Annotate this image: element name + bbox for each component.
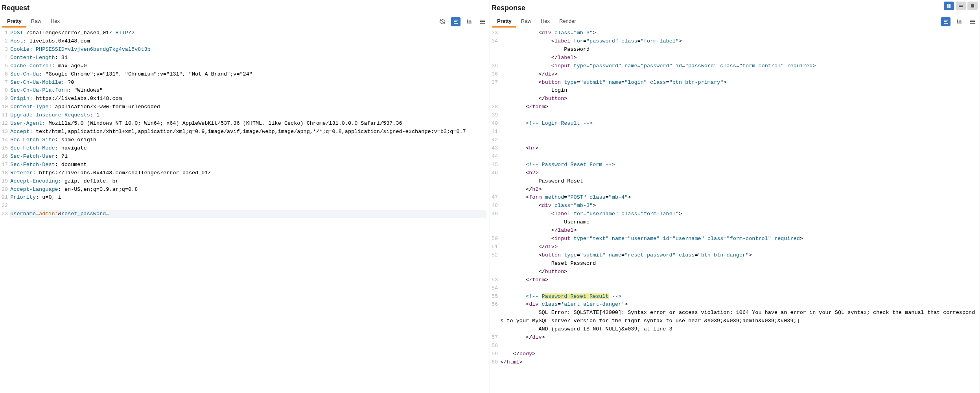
code-line[interactable]: </div> — [500, 70, 976, 79]
code-line[interactable]: Sec-Ch-Ua-Platform: "Windows" — [10, 87, 486, 95]
menu-icon[interactable] — [968, 17, 977, 26]
format-icon[interactable] — [941, 17, 951, 26]
tab-raw[interactable]: Raw — [516, 16, 536, 28]
svg-rect-2 — [959, 5, 963, 6]
code-line[interactable]: POST /challenges/error_based_01/ HTTP/2 — [10, 29, 486, 37]
eye-off-icon[interactable] — [438, 17, 447, 26]
tab-hex[interactable]: Hex — [536, 16, 554, 28]
code-line[interactable]: <button type="submit" name="login" class… — [500, 79, 976, 87]
code-line[interactable]: Sec-Fetch-Mode: navigate — [10, 144, 486, 153]
code-line[interactable]: </div> — [500, 243, 976, 251]
code-line[interactable]: Password — [500, 46, 976, 54]
line-number: 7 — [2, 79, 8, 87]
code-line[interactable]: Origin: https://livelabs.0x4148.com — [10, 95, 486, 103]
code-line[interactable]: <button type="submit" name="reset_passwo… — [500, 251, 976, 260]
code-line[interactable] — [10, 202, 486, 210]
code-line[interactable]: Content-Type: application/x-www-form-url… — [10, 103, 486, 111]
code-line[interactable]: Sec-Fetch-Dest: document — [10, 161, 486, 169]
code-line[interactable] — [500, 284, 976, 293]
code-line[interactable]: <div class='alert alert-danger'> — [500, 301, 976, 309]
code-line[interactable]: AND (password IS NOT NULL)&#039; at line… — [500, 325, 976, 334]
code-line[interactable]: SQL Error: SQLSTATE[42000]: Syntax error… — [500, 309, 976, 325]
code-line[interactable]: <label for="password" class="form-label"… — [500, 37, 976, 46]
wrap-icon[interactable]: \n — [954, 17, 964, 26]
code-line[interactable]: Priority: u=0, i — [10, 194, 486, 202]
wrap-icon[interactable]: \n — [464, 17, 474, 26]
code-line[interactable]: Sec-Ch-Ua-Mobile: ?0 — [10, 79, 486, 87]
line-number — [492, 54, 498, 62]
code-line[interactable]: Cache-Control: max-age=0 — [10, 62, 486, 70]
code-line[interactable]: Upgrade-Insecure-Requests: 1 — [10, 111, 486, 120]
code-line[interactable] — [500, 342, 976, 350]
code-line[interactable] — [500, 153, 976, 161]
code-line[interactable]: <input type="password" name="password" i… — [500, 62, 976, 70]
tab-raw[interactable]: Raw — [26, 16, 46, 28]
code-line[interactable]: </label> — [500, 227, 976, 235]
tab-hex[interactable]: Hex — [46, 16, 64, 28]
equals-icon[interactable] — [956, 2, 966, 10]
svg-rect-1 — [949, 4, 951, 8]
line-number: 39 — [492, 111, 498, 120]
menu-icon[interactable] — [478, 17, 487, 26]
code-line[interactable]: <hr> — [500, 144, 976, 153]
stop-icon[interactable] — [967, 2, 978, 10]
code-line[interactable]: Referer: https://livelabs.0x4148.com/cha… — [10, 169, 486, 177]
line-number: 56 — [492, 301, 498, 309]
line-number: 57 — [492, 334, 498, 342]
response-toolbar: \n — [941, 17, 977, 26]
request-code[interactable]: POST /challenges/error_based_01/ HTTP/2H… — [10, 29, 490, 393]
code-line[interactable]: <!-- Password Reset Form --> — [500, 161, 976, 169]
code-line[interactable] — [500, 136, 976, 144]
code-line[interactable]: <!-- Password Reset Result --> — [500, 293, 976, 301]
code-line[interactable]: </button> — [500, 268, 976, 276]
code-line[interactable]: </button> — [500, 95, 976, 103]
tab-pretty[interactable]: Pretty — [2, 16, 26, 28]
line-number: 8 — [2, 87, 8, 95]
code-line[interactable] — [500, 128, 976, 136]
format-icon[interactable] — [451, 17, 461, 26]
svg-rect-4 — [971, 4, 974, 7]
tab-render[interactable]: Render — [554, 16, 581, 28]
request-editor[interactable]: 1234567891011121314151617181920212223 PO… — [0, 28, 490, 393]
code-line[interactable]: Accept: text/html,application/xhtml+xml,… — [10, 128, 486, 136]
code-line[interactable]: </form> — [500, 103, 976, 111]
code-line[interactable]: </label> — [500, 54, 976, 62]
code-line[interactable]: <input type="text" name="username" id="u… — [500, 235, 976, 243]
request-title: Request — [2, 4, 29, 14]
code-line[interactable]: </form> — [500, 276, 976, 284]
code-line[interactable]: Reset Password — [500, 260, 976, 268]
tab-pretty[interactable]: Pretty — [492, 16, 516, 28]
code-line[interactable] — [500, 367, 976, 375]
pause-icon[interactable] — [944, 2, 954, 10]
code-line[interactable]: <form method="POST" class="mb-4"> — [500, 194, 976, 202]
code-line[interactable]: </h2> — [500, 186, 976, 194]
code-line[interactable] — [500, 111, 976, 120]
code-line[interactable]: Password Reset — [500, 177, 976, 186]
response-code[interactable]: <div class="mb-3"> <label for="password"… — [500, 29, 980, 393]
code-line[interactable]: Login — [500, 87, 976, 95]
code-line[interactable]: Accept-Encoding: gzip, deflate, br — [10, 177, 486, 186]
code-line[interactable]: </div> — [500, 334, 976, 342]
code-line[interactable]: Content-Length: 31 — [10, 54, 486, 62]
svg-rect-12 — [944, 21, 947, 22]
line-number: 11 — [2, 111, 8, 120]
code-line[interactable]: <h2> — [500, 169, 976, 177]
response-editor[interactable]: 3334353637383940414243444546474849505152… — [490, 28, 980, 393]
code-line[interactable]: Sec-Fetch-Site: same-origin — [10, 136, 486, 144]
code-line[interactable]: </body> — [500, 350, 976, 358]
code-line[interactable]: User-Agent: Mozilla/5.0 (Windows NT 10.0… — [10, 120, 486, 128]
code-line[interactable]: Cookie: PHPSESSID=vlvjven6bsndg7kg4val5v… — [10, 46, 486, 54]
code-line[interactable]: Sec-Fetch-User: ?1 — [10, 153, 486, 161]
code-line[interactable]: username=admin'&reset_password= — [10, 210, 486, 218]
code-line[interactable]: Accept-Language: en-US,en;q=0.9,ar;q=0.8 — [10, 186, 486, 194]
code-line[interactable]: <div class="mb-3"> — [500, 29, 976, 37]
code-line[interactable]: <label for="username" class="form-label"… — [500, 210, 976, 218]
code-line[interactable]: <!-- Login Result --> — [500, 120, 976, 128]
code-line[interactable]: Username — [500, 218, 976, 227]
code-line[interactable]: </html> — [500, 358, 976, 367]
svg-rect-8 — [480, 20, 485, 20]
code-line[interactable]: <div class="mb-3"> — [500, 202, 976, 210]
code-line[interactable]: Host: livelabs.0x4148.com — [10, 37, 486, 46]
code-line[interactable]: Sec-Ch-Ua: "Google Chrome";v="131", "Chr… — [10, 70, 486, 79]
svg-rect-14 — [970, 20, 975, 20]
